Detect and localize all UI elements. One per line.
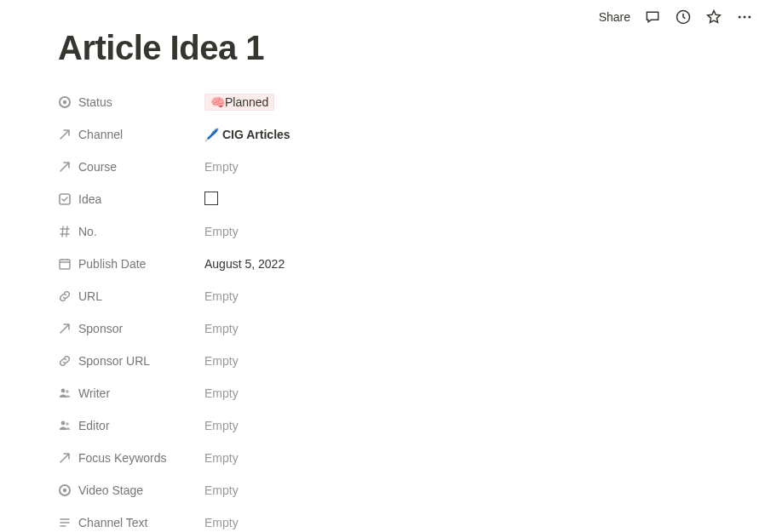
property-row-no: No.Empty <box>58 215 707 248</box>
property-value-url[interactable]: Empty <box>204 289 707 303</box>
property-value-status[interactable]: 🧠Planned <box>204 94 707 111</box>
property-row-channel_text: Channel TextEmpty <box>58 506 707 532</box>
svg-point-11 <box>66 422 69 426</box>
property-empty-value[interactable]: Empty <box>204 225 239 238</box>
property-label-video_stage[interactable]: Video Stage <box>58 483 204 497</box>
property-row-editor: EditorEmpty <box>58 409 707 442</box>
more-icon[interactable] <box>736 9 753 26</box>
property-value-idea[interactable] <box>204 192 707 208</box>
property-label-text: Channel Text <box>78 516 147 529</box>
property-empty-value[interactable]: Empty <box>204 516 239 529</box>
favorite-icon[interactable] <box>705 9 722 26</box>
property-label-publish_date[interactable]: Publish Date <box>58 257 204 271</box>
property-label-text: Sponsor <box>78 322 123 335</box>
property-label-text: Editor <box>78 419 110 432</box>
svg-point-8 <box>61 389 66 393</box>
property-row-url: URLEmpty <box>58 280 707 312</box>
property-row-publish_date: Publish DateAugust 5, 2022 <box>58 248 707 280</box>
property-row-channel: Channel🖊️CIG Articles <box>58 118 707 151</box>
relation-icon <box>58 451 72 465</box>
property-row-sponsor: SponsorEmpty <box>58 312 707 345</box>
property-label-writer[interactable]: Writer <box>58 386 204 400</box>
property-label-text: Idea <box>78 192 101 206</box>
properties-list: Status🧠PlannedChannel🖊️CIG ArticlesCours… <box>58 86 707 532</box>
url-icon <box>58 289 72 303</box>
property-value-course[interactable]: Empty <box>204 160 707 174</box>
property-label-url[interactable]: URL <box>58 289 204 303</box>
checkbox-icon <box>58 192 72 206</box>
relation-icon <box>58 322 72 335</box>
property-empty-value[interactable]: Empty <box>204 483 239 497</box>
property-label-editor[interactable]: Editor <box>58 419 204 432</box>
property-label-channel[interactable]: Channel <box>58 128 204 141</box>
property-label-idea[interactable]: Idea <box>58 192 204 206</box>
property-text-value[interactable]: August 5, 2022 <box>204 257 285 271</box>
property-label-status[interactable]: Status <box>58 95 204 109</box>
property-label-text: Channel <box>78 128 123 141</box>
date-icon <box>58 257 72 271</box>
property-label-text: Course <box>78 160 117 174</box>
property-label-text: Video Stage <box>78 483 143 497</box>
property-label-text: URL <box>78 289 102 303</box>
property-value-channel_text[interactable]: Empty <box>204 516 707 529</box>
status-tag[interactable]: 🧠Planned <box>204 94 274 111</box>
property-empty-value[interactable]: Empty <box>204 289 239 303</box>
property-row-focus_keywords: Focus KeywordsEmpty <box>58 442 707 474</box>
comments-icon[interactable] <box>644 9 661 26</box>
property-empty-value[interactable]: Empty <box>204 386 239 400</box>
svg-point-10 <box>61 421 66 426</box>
svg-rect-7 <box>60 260 70 269</box>
property-value-editor[interactable]: Empty <box>204 419 707 432</box>
property-empty-value[interactable]: Empty <box>204 419 239 432</box>
property-value-writer[interactable]: Empty <box>204 386 707 400</box>
relation-icon <box>58 160 72 174</box>
property-label-focus_keywords[interactable]: Focus Keywords <box>58 451 204 465</box>
status-icon <box>58 95 72 109</box>
relation-page-title: CIG Articles <box>222 128 290 141</box>
property-value-publish_date[interactable]: August 5, 2022 <box>204 257 707 271</box>
property-empty-value[interactable]: Empty <box>204 451 239 465</box>
property-label-sponsor[interactable]: Sponsor <box>58 322 204 335</box>
property-label-text: Focus Keywords <box>78 451 166 465</box>
property-label-text: Writer <box>78 386 110 400</box>
property-value-sponsor[interactable]: Empty <box>204 322 707 335</box>
property-row-writer: WriterEmpty <box>58 377 707 409</box>
property-label-course[interactable]: Course <box>58 160 204 174</box>
property-label-text: Publish Date <box>78 257 146 271</box>
property-empty-value[interactable]: Empty <box>204 322 239 335</box>
updates-icon[interactable] <box>675 9 692 26</box>
relation-icon <box>58 128 72 141</box>
property-empty-value[interactable]: Empty <box>204 354 239 368</box>
text-icon <box>58 516 72 529</box>
relation-value[interactable]: 🖊️CIG Articles <box>204 128 290 141</box>
svg-point-13 <box>63 489 66 492</box>
page-content: Article Idea 1 Status🧠PlannedChannel🖊️CI… <box>0 29 765 532</box>
svg-point-2 <box>744 16 746 19</box>
property-value-focus_keywords[interactable]: Empty <box>204 451 707 465</box>
svg-point-5 <box>63 100 66 104</box>
property-row-sponsor_url: Sponsor URLEmpty <box>58 345 707 377</box>
svg-point-1 <box>739 16 741 19</box>
svg-point-9 <box>66 390 69 393</box>
person-icon <box>58 419 72 432</box>
property-row-course: CourseEmpty <box>58 151 707 183</box>
property-row-status: Status🧠Planned <box>58 86 707 118</box>
property-empty-value[interactable]: Empty <box>204 160 239 174</box>
property-row-idea: Idea <box>58 183 707 215</box>
page-title[interactable]: Article Idea 1 <box>58 29 707 67</box>
property-label-sponsor_url[interactable]: Sponsor URL <box>58 354 204 368</box>
property-label-text: Status <box>78 95 112 109</box>
url-icon <box>58 354 72 368</box>
svg-point-3 <box>748 16 751 19</box>
number-icon <box>58 225 72 238</box>
property-value-video_stage[interactable]: Empty <box>204 483 707 497</box>
person-icon <box>58 386 72 400</box>
property-value-no[interactable]: Empty <box>204 225 707 238</box>
property-value-sponsor_url[interactable]: Empty <box>204 354 707 368</box>
checkbox-input[interactable] <box>204 192 218 205</box>
property-value-channel[interactable]: 🖊️CIG Articles <box>204 128 707 141</box>
property-label-no[interactable]: No. <box>58 225 204 238</box>
share-button[interactable]: Share <box>599 10 630 24</box>
relation-page-icon: 🖊️ <box>204 128 219 141</box>
property-label-channel_text[interactable]: Channel Text <box>58 516 204 529</box>
